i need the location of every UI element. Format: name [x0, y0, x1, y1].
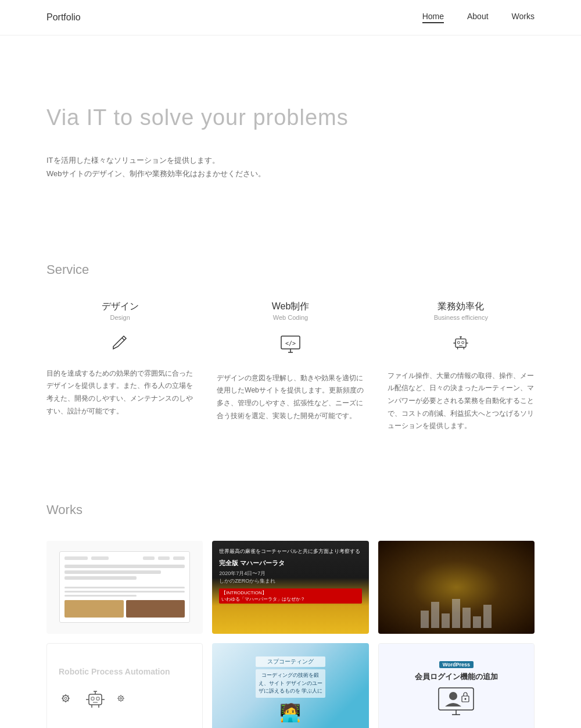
main-nav: Home About Works	[422, 12, 535, 23]
gear-right-small-icon	[114, 692, 127, 705]
svg-point-15	[465, 698, 467, 700]
work-card-6[interactable]: WordPress 会員ログイン機能の追加	[378, 643, 535, 728]
work-card-3[interactable]	[378, 541, 535, 634]
service-web-name-en: Web Coding	[217, 314, 364, 321]
pencil-icon	[46, 333, 193, 356]
service-design-name-en: Design	[46, 314, 193, 321]
works-grid: 世界最高の麻雀をコーチャーパルと共に多方面より考察する 完全版 マハーバーラタ …	[46, 541, 535, 728]
service-web-name-jp: Web制作	[217, 301, 364, 313]
hero-description: ITを活用した様々なソリューションを提供します。 Webサイトのデザイン、制作や…	[46, 154, 535, 181]
steampunk-overlay	[378, 541, 535, 634]
yellow-card-title: 完全版 マハーバーラタ	[219, 559, 361, 568]
yellow-card-badge: 【INTRODUCTION】いわゆる「マハーパーラタ」はなぜか？	[219, 588, 361, 604]
yellow-card-date: 2020年7月4日〜7月しかのZEROから集まれ	[219, 570, 361, 585]
monitor-icon: </>	[217, 333, 364, 361]
wp-logo-row: WordPress	[439, 661, 474, 668]
steampunk-bars	[421, 599, 492, 628]
svg-rect-8	[91, 697, 94, 700]
nav-home[interactable]: Home	[422, 12, 444, 23]
service-efficiency-desc: ファイル操作、大量の情報の取得、操作、メール配信など、日々の決まったルーティーン…	[388, 370, 535, 433]
service-card-design: デザイン Design 目的を達成するための効果的で雰囲気に合ったデザインを提供…	[46, 301, 193, 433]
nav-about[interactable]: About	[467, 12, 489, 23]
blue-card-content: スプコーティング コーディングの技術を鍛え、サイト デザインのユーザに訴えるもの…	[212, 643, 368, 728]
svg-rect-9	[96, 697, 99, 700]
gear-left-icon	[59, 690, 76, 707]
svg-rect-7	[89, 694, 102, 705]
wp-badge: WordPress	[439, 661, 474, 668]
service-section: Service デザイン Design 目的を達成するための効果的で雰囲気に合っ…	[0, 227, 581, 468]
service-web-desc: デザインの意図を理解し、動きや効果を適切に使用したWebサイトを提供します。更新…	[217, 372, 364, 422]
nav-works[interactable]: Works	[512, 12, 535, 23]
svg-point-13	[449, 692, 457, 700]
robot-icon	[388, 333, 535, 358]
svg-rect-4	[462, 341, 464, 344]
hero-title: Via IT to solve your problems	[46, 105, 535, 130]
svg-rect-12	[439, 688, 474, 710]
wp-title: 会員ログイン機能の追加	[415, 672, 498, 682]
svg-rect-2	[456, 339, 466, 347]
yellow-card-header: 世界最高の麻雀をコーチャーパルと共に多方面より考察する	[219, 548, 361, 556]
yellow-card-content: 世界最高の麻雀をコーチャーパルと共に多方面より考察する 完全版 マハーバーラタ …	[212, 541, 368, 634]
service-grid: デザイン Design 目的を達成するための効果的で雰囲気に合ったデザインを提供…	[46, 301, 535, 433]
rpa-title: Robotic Process Automation	[59, 666, 191, 678]
service-card-webcoding: Web制作 Web Coding </> デザインの意図を理解し、動きや効果を適…	[217, 301, 364, 433]
hero-section: Via IT to solve your problems ITを活用した様々な…	[0, 35, 581, 227]
svg-point-11	[120, 697, 122, 699]
service-design-desc: 目的を達成するための効果的で雰囲気に合ったデザインを提供します。また、作る人の立…	[46, 367, 193, 417]
svg-rect-3	[458, 341, 460, 344]
work-card-1[interactable]	[46, 541, 203, 634]
works-title: Works	[46, 502, 535, 518]
work-card-5[interactable]: スプコーティング コーディングの技術を鍛え、サイト デザインのユーザに訴えるもの…	[212, 643, 368, 728]
wp-card-content: WordPress 会員ログイン機能の追加	[379, 644, 534, 728]
service-card-efficiency: 業務効率化 Business efficiency ファイル操作、大量の情報の取…	[388, 301, 535, 433]
service-title: Service	[46, 262, 535, 277]
svg-point-10	[119, 696, 123, 701]
mockup-screenshot	[59, 551, 189, 623]
service-efficiency-name-jp: 業務効率化	[388, 301, 535, 313]
works-section: Works	[0, 468, 581, 728]
wp-monitor-icon	[436, 686, 476, 718]
rpa-icons	[59, 684, 191, 713]
work-card-4[interactable]: Robotic Process Automation	[46, 643, 203, 728]
svg-point-6	[64, 697, 67, 700]
blue-card-text: スプコーティング コーディングの技術を鍛え、サイト デザインのユーザに訴えるもの…	[256, 656, 325, 723]
logo: Portfolio	[46, 12, 81, 23]
robot-center-icon	[81, 684, 110, 713]
service-efficiency-name-en: Business efficiency	[388, 314, 535, 321]
work-card-2[interactable]: 世界最高の麻雀をコーチャーパルと共に多方面より考察する 完全版 マハーバーラタ …	[212, 541, 368, 634]
svg-text:</>: </>	[285, 340, 296, 347]
service-design-name-jp: デザイン	[46, 301, 193, 313]
